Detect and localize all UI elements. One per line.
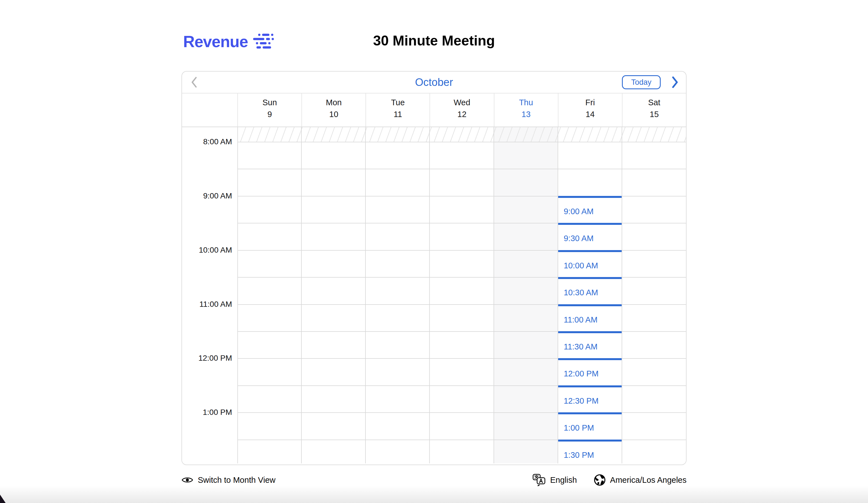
switch-month-view-button[interactable]: Switch to Month View <box>182 475 276 485</box>
time-slot-label: 12:30 PM <box>564 396 622 406</box>
time-slot-12-00-pm[interactable]: 12:00 PM <box>558 358 622 385</box>
time-slot-9-00-am[interactable]: 9:00 AM <box>558 196 622 223</box>
time-slot-1-30-pm[interactable]: 1:30 PM <box>558 440 622 463</box>
translate-icon <box>533 474 546 486</box>
time-slot-label: 10:00 AM <box>564 261 622 270</box>
time-slot-9-30-am[interactable]: 9:30 AM <box>558 223 622 250</box>
language-label: English <box>550 475 577 485</box>
time-slot-label: 11:30 AM <box>564 342 622 352</box>
day-name: Sat <box>648 98 660 107</box>
language-selector[interactable]: English <box>533 474 577 486</box>
day-date: 14 <box>586 110 595 119</box>
switch-month-view-label: Switch to Month View <box>198 475 276 485</box>
timezone-label: America/Los Angeles <box>610 475 686 485</box>
today-column-highlight <box>494 127 558 463</box>
time-slot-label: 9:30 AM <box>564 234 622 243</box>
footer-bar: Switch to Month View English <box>182 473 686 487</box>
day-name: Thu <box>519 98 533 107</box>
chevron-right-icon <box>669 75 681 89</box>
day-name: Mon <box>326 98 342 107</box>
day-header-cell-fri: Fri14 <box>558 93 622 127</box>
day-name: Fri <box>586 98 595 107</box>
time-slot-label: 1:30 PM <box>564 451 622 460</box>
cursor-artifact <box>0 495 6 503</box>
day-name: Wed <box>454 98 470 107</box>
grid-hline <box>237 169 686 169</box>
grid-vline <box>429 127 430 463</box>
globe-icon <box>594 474 606 486</box>
time-slot-label: 12:00 PM <box>564 369 622 378</box>
grid-vline <box>622 127 622 463</box>
grid-vline <box>494 127 494 463</box>
day-header-cell-sat: Sat15 <box>622 93 686 127</box>
day-date: 11 <box>394 110 402 119</box>
time-slot-10-00-am[interactable]: 10:00 AM <box>558 250 622 277</box>
time-label-1-00-pm: 1:00 PM <box>182 408 232 417</box>
time-label-12-00-pm: 12:00 PM <box>182 354 232 363</box>
time-slot-label: 11:00 AM <box>564 315 622 324</box>
grid-vline <box>301 127 302 463</box>
day-date: 15 <box>650 110 659 119</box>
time-slot-1-00-pm[interactable]: 1:00 PM <box>558 412 622 439</box>
grid-vline <box>365 127 366 463</box>
time-label-8-00-am: 8:00 AM <box>182 137 232 146</box>
time-label-11-00-am: 11:00 AM <box>182 300 232 309</box>
day-header-cell-wed: Wed12 <box>430 93 494 127</box>
grid-vline <box>237 127 238 463</box>
day-date: 10 <box>329 110 338 119</box>
time-slot-label: 1:00 PM <box>564 423 622 432</box>
day-name: Sun <box>262 98 277 107</box>
calendar-card: October Today Sun9Mon10Tue11Wed12Thu13Fr… <box>182 71 686 465</box>
calendar-header: October Today <box>182 72 686 93</box>
today-button[interactable]: Today <box>622 75 661 89</box>
time-slot-11-00-am[interactable]: 11:00 AM <box>558 304 622 331</box>
day-header-cell-tue: Tue11 <box>365 93 430 127</box>
day-header-cell-thu: Thu13 <box>494 93 558 127</box>
timezone-selector[interactable]: America/Los Angeles <box>594 474 686 486</box>
day-header-cell-mon: Mon10 <box>301 93 365 127</box>
footer-right-group: English America/Los Angeles <box>533 474 686 486</box>
time-slot-label: 10:30 AM <box>564 288 622 297</box>
next-week-button[interactable] <box>667 74 683 90</box>
month-label: October <box>182 76 686 88</box>
page-title: 30 Minute Meeting <box>0 33 868 49</box>
day-date: 9 <box>267 110 272 119</box>
bottom-fade <box>0 485 868 503</box>
day-name: Tue <box>391 98 405 107</box>
unavailable-hatch-band <box>237 127 686 142</box>
scheduling-page: Revenue 30 Minute Meeting <box>0 0 868 503</box>
time-label-10-00-am: 10:00 AM <box>182 245 232 254</box>
day-header-row: Sun9Mon10Tue11Wed12Thu13Fri14Sat15 <box>182 93 686 127</box>
day-date: 12 <box>457 110 466 119</box>
day-date: 13 <box>521 110 531 119</box>
grid-hline <box>237 142 686 142</box>
time-slot-11-30-am[interactable]: 11:30 AM <box>558 331 622 358</box>
time-label-9-00-am: 9:00 AM <box>182 191 232 200</box>
time-slot-label: 9:00 AM <box>564 207 622 216</box>
time-slot-12-30-pm[interactable]: 12:30 PM <box>558 385 622 412</box>
time-slot-10-30-am[interactable]: 10:30 AM <box>558 277 622 304</box>
time-grid: 8:00 AM9:00 AM10:00 AM11:00 AM12:00 PM1:… <box>182 127 686 463</box>
time-gutter-header <box>182 93 237 127</box>
day-header-cell-sun: Sun9 <box>237 93 301 127</box>
eye-icon <box>182 476 193 484</box>
